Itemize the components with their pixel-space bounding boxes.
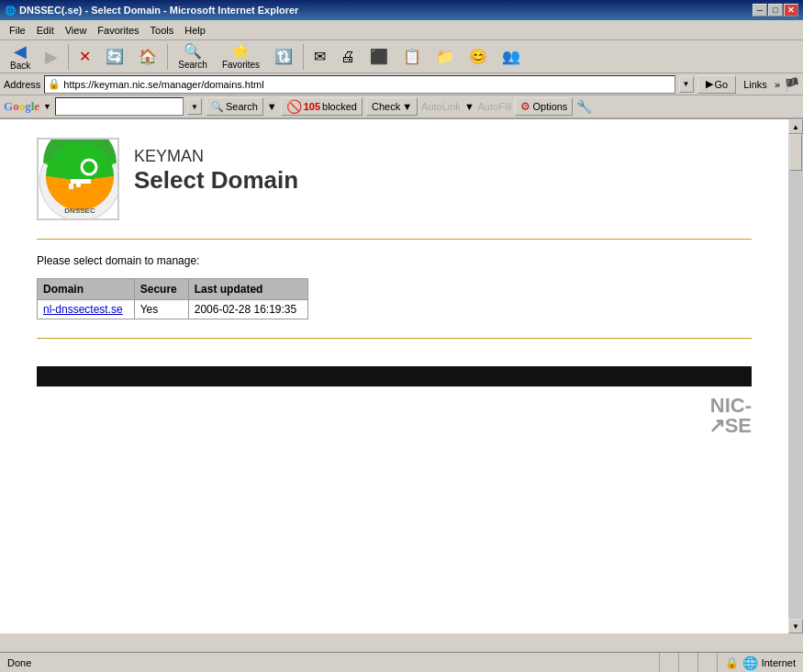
scroll-thumb[interactable] [789,134,802,171]
google-search-dropdown[interactable]: ▼ [187,98,202,115]
col-secure: Secure [134,279,188,300]
people-button[interactable]: 👥 [496,42,527,72]
address-input[interactable] [63,79,671,90]
toolbar-separator-2 [167,44,168,70]
status-zone: Internet [762,657,796,668]
content-area: DNSSEC KEYMAN Select Domain Please selec… [0,119,788,454]
titlebar: 🌐 DNSSEC(.se) - Select Domain - Microsof… [0,0,803,20]
print-icon: 🖨 [340,50,355,64]
forward-button[interactable]: ▶ [39,42,64,72]
discuss-icon: ⬛ [370,50,388,64]
google-search-button[interactable]: 🔍 Search [206,97,263,116]
go-arrow-icon: ▶ [706,78,713,90]
toolbar-separator-3 [303,44,304,70]
forward-icon: ▶ [45,49,58,65]
google-dropdown-btn[interactable]: ▼ [43,102,51,111]
status-globe-icon: 🌐 [742,655,758,670]
search-button[interactable]: 🔍 Search [172,42,214,72]
minimize-button[interactable]: ─ [753,4,767,17]
stop-icon: ✕ [79,50,91,64]
messenger-button[interactable]: 😊 [463,42,494,72]
addressbar: Address 🔒 ▼ ▶ Go Links » 🏴 [0,73,803,95]
mail-button[interactable]: ✉ [307,42,332,72]
table-row: nl-dnssectest.se Yes 2006-02-28 16:19:35 [38,300,308,319]
col-domain: Domain [38,279,135,300]
scroll-track[interactable] [788,134,803,619]
back-button[interactable]: ◀ Back [4,42,37,72]
address-bar[interactable]: 🔒 [44,75,675,94]
options-icon: ⚙ [520,100,530,113]
favorites-button[interactable]: ⭐ Favorites [216,42,266,72]
scroll-down-arrow[interactable]: ▼ [788,619,803,633]
scrollbar: ▲ ▼ [788,119,803,633]
print-button[interactable]: 🖨 [334,42,362,72]
domain-link[interactable]: nl-dnssectest.se [43,303,123,316]
toolbar: ◀ Back ▶ ✕ 🔄 🏠 🔍 Search ⭐ Favorites 🔃 ✉ … [0,40,803,73]
home-icon: 🏠 [139,50,157,64]
back-icon: ◀ [14,43,27,60]
header-text: KEYMAN Select Domain [134,138,298,195]
check-button[interactable]: Check ▼ [366,97,418,116]
menu-edit[interactable]: Edit [31,23,60,38]
home-button[interactable]: 🏠 [132,42,163,72]
domain-cell: nl-dnssectest.se [38,300,135,319]
page-content: DNSSEC KEYMAN Select Domain Please selec… [0,119,803,633]
instruction-text: Please select domain to manage: [37,254,752,267]
msn-icon: 📋 [403,50,421,64]
blocked-count: 105 [304,101,320,112]
statusbar: Done 🔒 🌐 Internet [0,652,803,672]
mail-icon: ✉ [314,50,326,64]
check-dropdown-icon: ▼ [402,101,412,112]
google-search-input-wrap[interactable] [55,97,184,116]
messenger-icon: 😊 [469,50,487,64]
links-arrow-icon: » [775,79,780,90]
status-section-3 [698,653,718,672]
search-icon: 🔍 [184,44,202,59]
google-search-label: Search [226,101,258,112]
menu-tools[interactable]: Tools [145,23,180,38]
titlebar-title: DNSSEC(.se) - Select Domain - Microsoft … [19,5,298,16]
address-dropdown[interactable]: ▼ [679,76,694,93]
menu-file[interactable]: File [4,23,31,38]
status-internet: 🔒 🌐 Internet [718,655,803,670]
go-label: Go [715,79,729,90]
options-button[interactable]: ⚙ Options [515,97,573,116]
status-lock-icon: 🔒 [725,656,739,669]
google-search-dropdown-arrow[interactable]: ▼ [267,101,277,112]
toolbar-wrench-icon[interactable]: 🔧 [576,99,592,114]
svg-rect-3 [71,179,91,184]
bottom-divider [37,338,752,339]
app-name: KEYMAN [134,147,298,166]
media-button[interactable]: 🔃 [268,42,299,72]
blocked-badge[interactable]: 🚫 105 blocked [281,97,362,116]
maximize-button[interactable]: □ [768,4,783,17]
close-button[interactable]: ✕ [784,4,798,17]
google-toolbar: Google ▼ ▼ 🔍 Search ▼ 🚫 105 blocked Chec… [0,95,803,119]
domain-table: Domain Secure Last updated nl-dnssectest… [37,278,308,319]
refresh-button[interactable]: 🔄 [99,42,130,72]
links-button[interactable]: Links [740,79,771,90]
google-search-icon: 🔍 [211,101,224,113]
autolink-dropdown[interactable]: ▼ [464,101,474,112]
options-label: Options [532,101,567,112]
go-button[interactable]: ▶ Go [697,75,737,94]
table-header-row: Domain Secure Last updated [38,279,308,300]
scroll-up-arrow[interactable]: ▲ [788,119,803,134]
discuss-button[interactable]: ⬛ [363,42,395,72]
svg-rect-5 [76,184,81,187]
autofill-label: AutoFill [478,101,512,112]
redacted-bar [37,366,752,386]
menu-favorites[interactable]: Favorites [92,23,144,38]
svg-rect-4 [69,184,73,189]
menu-view[interactable]: View [60,23,93,38]
menu-help[interactable]: Help [179,23,211,38]
address-lock-icon: 🔒 [48,78,61,90]
msn-button[interactable]: 📋 [396,42,428,72]
stop-button[interactable]: ✕ [72,42,97,72]
blocked-icon: 🚫 [286,99,302,114]
ie-button[interactable]: 📁 [429,42,461,72]
check-label: Check [372,101,400,112]
status-done: Done [7,657,31,668]
google-search-input[interactable] [56,101,183,112]
status-sections: 🔒 🌐 Internet [660,653,803,672]
